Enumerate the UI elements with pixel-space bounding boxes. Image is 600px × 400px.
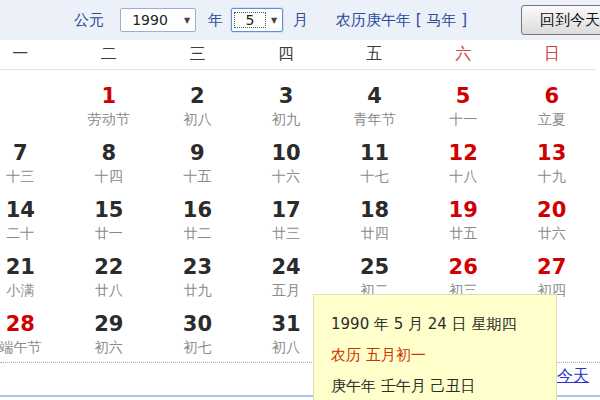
month-suffix-label: 月 <box>293 11 308 30</box>
calendar-cell[interactable]: 6立夏 <box>507 75 596 132</box>
date-number: 5 <box>419 83 508 109</box>
tooltip-lunar-date: 农历 五月初一 <box>331 340 556 371</box>
lunar-label: 十三 <box>0 167 65 185</box>
lunar-label: 初八 <box>153 110 242 128</box>
date-number: 10 <box>242 140 331 166</box>
lunar-label: 十六 <box>242 167 331 185</box>
date-number: 16 <box>153 197 242 223</box>
calendar-cell[interactable]: 22廿八 <box>65 246 154 303</box>
month-select[interactable]: 5 ▼ <box>231 8 283 32</box>
lunar-year-label: 农历庚午年 [ 马年 ] <box>336 11 467 30</box>
toolbar: 公元 1990 ▼ 年 5 ▼ 月 农历庚午年 [ 马年 ] 回到今天 <box>0 0 600 40</box>
calendar-cell[interactable]: 20廿六 <box>507 189 596 246</box>
date-number: 28 <box>0 311 65 337</box>
year-suffix-label: 年 <box>208 11 223 30</box>
lunar-label: 廿五 <box>419 224 508 242</box>
weekday-header: 一二三四五六日 <box>0 40 596 70</box>
era-label: 公元 <box>74 11 104 30</box>
lunar-label: 廿一 <box>65 224 154 242</box>
tooltip-solar-date: 1990 年 5 月 24 日 星期四 <box>331 309 556 340</box>
lunar-label: 初六 <box>65 338 154 356</box>
weekday-label: 二 <box>65 44 154 65</box>
lunar-label: 劳动节 <box>65 110 154 128</box>
calendar-cell[interactable]: 17廿三 <box>242 189 331 246</box>
calendar-cell[interactable]: 13十九 <box>507 132 596 189</box>
date-number: 13 <box>507 140 596 166</box>
calendar-cell[interactable]: 29初六 <box>65 303 154 360</box>
calendar-cell[interactable]: 9十五 <box>153 132 242 189</box>
calendar-cell[interactable]: 21小满 <box>0 246 65 303</box>
date-number: 21 <box>0 254 65 280</box>
dropdown-arrow-icon: ▼ <box>266 16 282 25</box>
date-number: 22 <box>65 254 154 280</box>
date-number: 4 <box>330 83 419 109</box>
lunar-label: 十五 <box>153 167 242 185</box>
calendar-cell[interactable]: 18廿四 <box>330 189 419 246</box>
year-select[interactable]: 1990 ▼ <box>120 8 196 32</box>
lunar-label: 小满 <box>0 281 65 299</box>
lunar-label: 廿二 <box>153 224 242 242</box>
lunar-label: 初七 <box>153 338 242 356</box>
calendar-cell[interactable]: 14二十 <box>0 189 65 246</box>
calendar-cell[interactable]: 12十八 <box>419 132 508 189</box>
calendar-cell[interactable]: 1劳动节 <box>65 75 154 132</box>
lunar-label: 青年节 <box>330 110 419 128</box>
date-number: 30 <box>153 311 242 337</box>
calendar-cell[interactable]: 30初七 <box>153 303 242 360</box>
calendar-cell[interactable]: 19廿五 <box>419 189 508 246</box>
date-number: 18 <box>330 197 419 223</box>
calendar-cell[interactable]: 2初八 <box>153 75 242 132</box>
calendar-cell[interactable]: 3初九 <box>242 75 331 132</box>
date-number: 9 <box>153 140 242 166</box>
weekday-label: 三 <box>153 44 242 65</box>
date-number: 3 <box>242 83 331 109</box>
date-number: 8 <box>65 140 154 166</box>
lunar-label: 立夏 <box>507 110 596 128</box>
date-number: 14 <box>0 197 65 223</box>
lunar-label: 廿四 <box>330 224 419 242</box>
date-number: 26 <box>419 254 508 280</box>
calendar-cell[interactable]: 10十六 <box>242 132 331 189</box>
weekday-label: 六 <box>419 44 508 65</box>
calendar-cell[interactable]: 15廿一 <box>65 189 154 246</box>
calendar-cell[interactable]: 23廿九 <box>153 246 242 303</box>
date-number: 17 <box>242 197 331 223</box>
date-number: 19 <box>419 197 508 223</box>
calendar-cell-empty <box>0 75 65 132</box>
lunar-label: 廿三 <box>242 224 331 242</box>
lunar-label: 廿八 <box>65 281 154 299</box>
date-number: 24 <box>242 254 331 280</box>
calendar-cell[interactable]: 4青年节 <box>330 75 419 132</box>
calendar-cell[interactable]: 16廿二 <box>153 189 242 246</box>
date-number: 7 <box>0 140 65 166</box>
calendar-cell[interactable]: 7十三 <box>0 132 65 189</box>
date-number: 12 <box>419 140 508 166</box>
calendar-cell[interactable]: 8十四 <box>65 132 154 189</box>
calendar-app: 公元 1990 ▼ 年 5 ▼ 月 农历庚午年 [ 马年 ] 回到今天 一二三四… <box>0 0 600 400</box>
date-number: 23 <box>153 254 242 280</box>
lunar-label: 廿六 <box>507 224 596 242</box>
back-to-today-button[interactable]: 回到今天 <box>521 5 600 35</box>
tooltip-ganzhi-date: 庚午年 壬午月 己丑日 <box>331 371 556 400</box>
lunar-label: 十八 <box>419 167 508 185</box>
date-number: 27 <box>507 254 596 280</box>
month-value: 5 <box>234 12 266 28</box>
calendar-cell[interactable]: 11十七 <box>330 132 419 189</box>
date-number: 6 <box>507 83 596 109</box>
calendar-cell[interactable]: 28端午节 <box>0 303 65 360</box>
date-number: 11 <box>330 140 419 166</box>
lunar-label: 廿九 <box>153 281 242 299</box>
lunar-label: 十七 <box>330 167 419 185</box>
weekday-label: 四 <box>242 44 331 65</box>
lunar-label: 十一 <box>419 110 508 128</box>
year-value: 1990 <box>121 12 179 28</box>
weekday-label: 日 <box>507 44 596 65</box>
weekday-label: 五 <box>330 44 419 65</box>
lunar-label: 初九 <box>242 110 331 128</box>
weekday-label: 一 <box>0 44 65 65</box>
date-tooltip: 1990 年 5 月 24 日 星期四 农历 五月初一 庚午年 壬午月 己丑日 <box>313 294 557 400</box>
date-number: 29 <box>65 311 154 337</box>
lunar-label: 十四 <box>65 167 154 185</box>
calendar-cell[interactable]: 5十一 <box>419 75 508 132</box>
today-link[interactable]: 今天 <box>557 366 589 387</box>
